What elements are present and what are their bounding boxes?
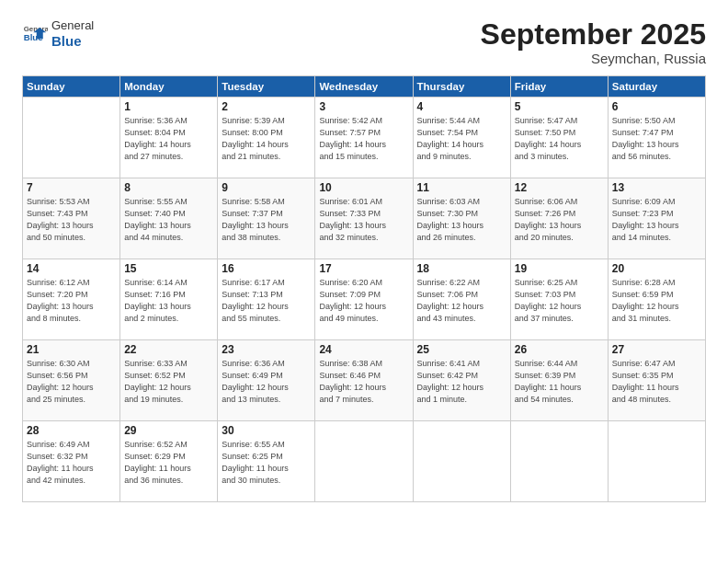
calendar-cell: 12Sunrise: 6:06 AM Sunset: 7:26 PM Dayli… — [510, 178, 608, 259]
day-number: 14 — [27, 262, 116, 275]
day-info: Sunrise: 5:53 AM Sunset: 7:43 PM Dayligh… — [27, 196, 116, 244]
day-number: 27 — [612, 343, 701, 356]
header: General Blue General Blue September 2025… — [22, 18, 706, 66]
calendar-cell: 28Sunrise: 6:49 AM Sunset: 6:32 PM Dayli… — [23, 421, 120, 502]
day-number: 23 — [222, 343, 311, 356]
day-info: Sunrise: 5:58 AM Sunset: 7:37 PM Dayligh… — [222, 196, 311, 244]
day-header-friday: Friday — [510, 76, 608, 98]
day-header-sunday: Sunday — [23, 76, 120, 98]
calendar-cell: 11Sunrise: 6:03 AM Sunset: 7:30 PM Dayli… — [413, 178, 510, 259]
calendar-cell: 1Sunrise: 5:36 AM Sunset: 8:04 PM Daylig… — [120, 98, 218, 178]
day-info: Sunrise: 6:33 AM Sunset: 6:52 PM Dayligh… — [124, 358, 213, 406]
week-row-1: 7Sunrise: 5:53 AM Sunset: 7:43 PM Daylig… — [23, 178, 706, 259]
day-info: Sunrise: 6:14 AM Sunset: 7:16 PM Dayligh… — [124, 277, 213, 325]
day-info: Sunrise: 6:52 AM Sunset: 6:29 PM Dayligh… — [124, 439, 213, 487]
calendar-cell: 30Sunrise: 6:55 AM Sunset: 6:25 PM Dayli… — [218, 421, 315, 502]
calendar-cell — [608, 421, 705, 502]
day-header-thursday: Thursday — [413, 76, 510, 98]
day-number: 19 — [515, 262, 604, 275]
day-header-wednesday: Wednesday — [315, 76, 413, 98]
calendar-cell: 6Sunrise: 5:50 AM Sunset: 7:47 PM Daylig… — [608, 98, 705, 178]
calendar-cell: 9Sunrise: 5:58 AM Sunset: 7:37 PM Daylig… — [218, 178, 315, 259]
day-info: Sunrise: 6:28 AM Sunset: 6:59 PM Dayligh… — [612, 277, 701, 325]
week-row-2: 14Sunrise: 6:12 AM Sunset: 7:20 PM Dayli… — [23, 259, 706, 340]
logo-general: General — [51, 18, 94, 33]
page: General Blue General Blue September 2025… — [0, 0, 728, 563]
day-info: Sunrise: 6:25 AM Sunset: 7:03 PM Dayligh… — [515, 277, 604, 325]
day-info: Sunrise: 6:06 AM Sunset: 7:26 PM Dayligh… — [515, 196, 604, 244]
calendar-cell — [315, 421, 413, 502]
day-number: 17 — [319, 262, 408, 275]
day-number: 21 — [27, 343, 116, 356]
day-number: 4 — [417, 100, 506, 113]
week-row-4: 28Sunrise: 6:49 AM Sunset: 6:32 PM Dayli… — [23, 421, 706, 502]
day-number: 30 — [222, 424, 311, 437]
day-info: Sunrise: 6:17 AM Sunset: 7:13 PM Dayligh… — [222, 277, 311, 325]
day-number: 20 — [612, 262, 701, 275]
day-header-tuesday: Tuesday — [218, 76, 315, 98]
calendar-cell: 18Sunrise: 6:22 AM Sunset: 7:06 PM Dayli… — [413, 259, 510, 340]
day-info: Sunrise: 5:42 AM Sunset: 7:57 PM Dayligh… — [319, 115, 408, 163]
calendar-cell: 5Sunrise: 5:47 AM Sunset: 7:50 PM Daylig… — [510, 98, 608, 178]
day-number: 29 — [124, 424, 213, 437]
day-header-monday: Monday — [120, 76, 218, 98]
day-info: Sunrise: 5:47 AM Sunset: 7:50 PM Dayligh… — [515, 115, 604, 163]
day-info: Sunrise: 5:39 AM Sunset: 8:00 PM Dayligh… — [222, 115, 311, 163]
calendar-cell: 13Sunrise: 6:09 AM Sunset: 7:23 PM Dayli… — [608, 178, 705, 259]
calendar-cell: 22Sunrise: 6:33 AM Sunset: 6:52 PM Dayli… — [120, 340, 218, 421]
calendar-cell: 20Sunrise: 6:28 AM Sunset: 6:59 PM Dayli… — [608, 259, 705, 340]
calendar-cell: 3Sunrise: 5:42 AM Sunset: 7:57 PM Daylig… — [315, 98, 413, 178]
calendar-cell: 7Sunrise: 5:53 AM Sunset: 7:43 PM Daylig… — [23, 178, 120, 259]
day-info: Sunrise: 6:38 AM Sunset: 6:46 PM Dayligh… — [319, 358, 408, 406]
title-section: September 2025 Seymchan, Russia — [481, 18, 706, 66]
calendar-cell: 29Sunrise: 6:52 AM Sunset: 6:29 PM Dayli… — [120, 421, 218, 502]
day-number: 9 — [222, 181, 311, 194]
day-number: 13 — [612, 181, 701, 194]
day-info: Sunrise: 5:44 AM Sunset: 7:54 PM Dayligh… — [417, 115, 506, 163]
calendar-cell: 8Sunrise: 5:55 AM Sunset: 7:40 PM Daylig… — [120, 178, 218, 259]
calendar-cell: 23Sunrise: 6:36 AM Sunset: 6:49 PM Dayli… — [218, 340, 315, 421]
day-info: Sunrise: 6:55 AM Sunset: 6:25 PM Dayligh… — [222, 439, 311, 487]
calendar-cell: 4Sunrise: 5:44 AM Sunset: 7:54 PM Daylig… — [413, 98, 510, 178]
logo-blue: Blue — [51, 33, 94, 50]
calendar-cell: 24Sunrise: 6:38 AM Sunset: 6:46 PM Dayli… — [315, 340, 413, 421]
header-row: SundayMondayTuesdayWednesdayThursdayFrid… — [23, 76, 706, 98]
calendar-cell: 15Sunrise: 6:14 AM Sunset: 7:16 PM Dayli… — [120, 259, 218, 340]
logo: General Blue General Blue — [22, 18, 94, 50]
day-number: 3 — [319, 100, 408, 113]
day-number: 25 — [417, 343, 506, 356]
day-number: 12 — [515, 181, 604, 194]
day-number: 6 — [612, 100, 701, 113]
calendar-cell: 10Sunrise: 6:01 AM Sunset: 7:33 PM Dayli… — [315, 178, 413, 259]
day-number: 8 — [124, 181, 213, 194]
day-number: 26 — [515, 343, 604, 356]
calendar-table: SundayMondayTuesdayWednesdayThursdayFrid… — [22, 75, 706, 502]
day-number: 22 — [124, 343, 213, 356]
calendar-cell: 16Sunrise: 6:17 AM Sunset: 7:13 PM Dayli… — [218, 259, 315, 340]
logo-icon: General Blue — [22, 21, 48, 47]
day-number: 18 — [417, 262, 506, 275]
calendar-cell: 17Sunrise: 6:20 AM Sunset: 7:09 PM Dayli… — [315, 259, 413, 340]
calendar-cell: 26Sunrise: 6:44 AM Sunset: 6:39 PM Dayli… — [510, 340, 608, 421]
day-info: Sunrise: 6:20 AM Sunset: 7:09 PM Dayligh… — [319, 277, 408, 325]
day-number: 5 — [515, 100, 604, 113]
day-number: 2 — [222, 100, 311, 113]
day-info: Sunrise: 6:30 AM Sunset: 6:56 PM Dayligh… — [27, 358, 116, 406]
day-info: Sunrise: 6:49 AM Sunset: 6:32 PM Dayligh… — [27, 439, 116, 487]
day-info: Sunrise: 5:50 AM Sunset: 7:47 PM Dayligh… — [612, 115, 701, 163]
day-info: Sunrise: 6:22 AM Sunset: 7:06 PM Dayligh… — [417, 277, 506, 325]
calendar-cell — [510, 421, 608, 502]
calendar-cell: 25Sunrise: 6:41 AM Sunset: 6:42 PM Dayli… — [413, 340, 510, 421]
calendar-cell — [23, 98, 120, 178]
day-info: Sunrise: 6:41 AM Sunset: 6:42 PM Dayligh… — [417, 358, 506, 406]
day-info: Sunrise: 6:12 AM Sunset: 7:20 PM Dayligh… — [27, 277, 116, 325]
day-number: 11 — [417, 181, 506, 194]
calendar-cell: 2Sunrise: 5:39 AM Sunset: 8:00 PM Daylig… — [218, 98, 315, 178]
day-info: Sunrise: 6:01 AM Sunset: 7:33 PM Dayligh… — [319, 196, 408, 244]
week-row-3: 21Sunrise: 6:30 AM Sunset: 6:56 PM Dayli… — [23, 340, 706, 421]
day-info: Sunrise: 5:36 AM Sunset: 8:04 PM Dayligh… — [124, 115, 213, 163]
day-info: Sunrise: 5:55 AM Sunset: 7:40 PM Dayligh… — [124, 196, 213, 244]
day-number: 7 — [27, 181, 116, 194]
calendar-cell: 19Sunrise: 6:25 AM Sunset: 7:03 PM Dayli… — [510, 259, 608, 340]
day-number: 15 — [124, 262, 213, 275]
